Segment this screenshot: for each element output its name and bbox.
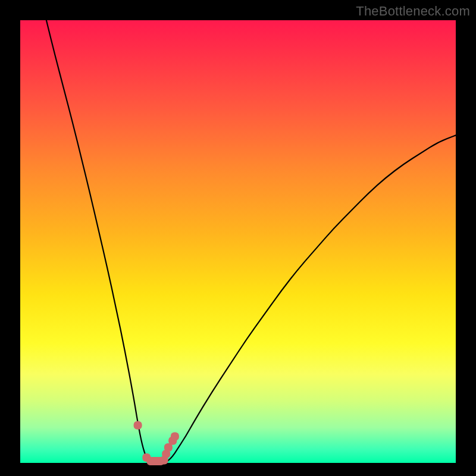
marker-dot	[171, 432, 179, 440]
chart-svg	[20, 20, 456, 463]
chart-frame: TheBottleneck.com	[0, 0, 476, 476]
marker-dot	[134, 421, 142, 430]
watermark-text: TheBottleneck.com	[356, 4, 470, 19]
plot-area	[20, 20, 456, 463]
marker-cluster	[134, 421, 179, 465]
bottleneck-curve	[46, 20, 456, 463]
marker-bar	[146, 457, 165, 465]
